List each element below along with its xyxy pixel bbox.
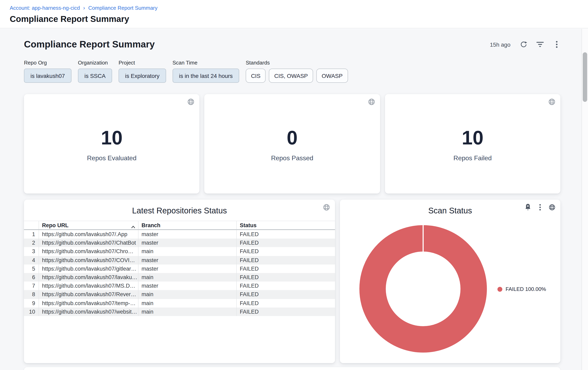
breadcrumb-account-link[interactable]: Account: app-harness-ng-cicd	[10, 5, 80, 11]
scrollbar-thumb[interactable]	[583, 52, 587, 102]
table-row: 9https://github.com/lavakush07/temp-no…m…	[24, 299, 335, 307]
repo-url-cell: https://github.com/lavakush07/website-1	[39, 307, 138, 316]
refresh-icon[interactable]	[520, 41, 527, 48]
column-header-label: Branch	[142, 222, 160, 228]
column-header-status[interactable]: Status	[236, 221, 335, 230]
dashboard-content: Compliance Report Summary 15h ago	[0, 29, 588, 370]
globe-icon[interactable]	[187, 98, 195, 107]
row-number: 5	[24, 265, 39, 273]
repo-url-cell: https://github.com/lavakush07/.App	[39, 230, 138, 239]
table-row: 5https://github.com/lavakush07/gitlearni…	[24, 265, 335, 273]
panel-toolbar	[524, 204, 556, 210]
stat-card-repos-passed: 0 Repos Passed	[204, 94, 380, 193]
status-cell: FAILED	[236, 307, 335, 316]
status-cell: FAILED	[236, 247, 335, 256]
legend-failed-label: FAILED 100.00%	[505, 286, 546, 292]
status-cell: FAILED	[236, 256, 335, 264]
globe-icon[interactable]	[368, 98, 375, 107]
filter-chip-standards-cis-owasp[interactable]: CIS, OWASP	[269, 69, 313, 83]
breadcrumb-page-link[interactable]: Compliance Report Summary	[88, 5, 158, 11]
alert-bell-plus-icon[interactable]	[524, 204, 531, 210]
filter-chip-standards-owasp[interactable]: OWASP	[316, 69, 348, 83]
table-header-row: Repo URL Branch Status	[24, 221, 335, 230]
chart-legend[interactable]: FAILED 100.00%	[497, 286, 546, 292]
row-number: 8	[24, 290, 39, 299]
app-header: Account: app-harness-ng-cicd › Complianc…	[0, 0, 588, 28]
dashboard-toolbar: 15h ago	[490, 41, 560, 48]
panel-title: Latest Repositories Status	[24, 206, 335, 215]
stat-cards-row: 10 Repos Evaluated 0 Repos Passed	[24, 94, 560, 193]
stat-value: 10	[101, 128, 123, 148]
column-header-repo-url[interactable]: Repo URL	[39, 221, 138, 230]
table-row: 10https://github.com/lavakush07/website-…	[24, 307, 335, 316]
row-number: 9	[24, 299, 39, 307]
row-number: 3	[24, 247, 39, 256]
filter-label: Organization	[78, 60, 112, 66]
filter-chip-organization[interactable]: is SSCA	[78, 69, 112, 83]
kebab-menu-icon[interactable]	[536, 204, 543, 210]
filters-bar: Repo Org is lavakush07 Organization is S…	[24, 60, 560, 83]
dashboard-page: Account: app-harness-ng-cicd › Complianc…	[0, 0, 588, 370]
status-cell: FAILED	[236, 239, 335, 247]
repositories-table: Repo URL Branch Status	[24, 221, 335, 316]
column-header-label: Repo URL	[42, 222, 69, 228]
dashboard-header-row: Compliance Report Summary 15h ago	[24, 29, 560, 50]
sort-asc-icon	[131, 224, 135, 230]
row-number: 6	[24, 273, 39, 281]
status-cell: FAILED	[236, 230, 335, 239]
stat-label: Repos Failed	[453, 155, 492, 162]
column-header-branch[interactable]: Branch	[138, 221, 236, 230]
table-row: 4https://github.com/lavakush07/COVID_T…m…	[24, 256, 335, 264]
filter-group-project: Project is Exploratory	[119, 60, 166, 83]
filter-group-repo-org: Repo Org is lavakush07	[24, 60, 72, 83]
vertical-scrollbar[interactable]	[581, 29, 588, 370]
filter-group-standards: Standards CIS CIS, OWASP OWASP	[246, 60, 348, 83]
scan-status-panel: Scan Status FAILED 100.00%	[340, 200, 560, 363]
table-row: 3https://github.com/lavakush07/Chrome-…m…	[24, 247, 335, 256]
repo-url-cell: https://github.com/lavakush07/lavakush…	[39, 273, 138, 281]
repo-url-cell: https://github.com/lavakush07/COVID_T…	[39, 256, 138, 264]
branch-cell: main	[138, 290, 236, 299]
donut-segment-failed	[373, 238, 474, 339]
repo-url-cell: https://github.com/lavakush07/Chrome-…	[39, 247, 138, 256]
stat-card-repos-evaluated: 10 Repos Evaluated	[24, 94, 200, 193]
stat-value: 0	[287, 128, 297, 148]
stat-label: Repos Passed	[271, 155, 313, 162]
row-number-header	[24, 221, 39, 230]
status-cell: FAILED	[236, 265, 335, 273]
row-number: 1	[24, 230, 39, 239]
row-number: 7	[24, 281, 39, 290]
row-number: 4	[24, 256, 39, 264]
repo-url-cell: https://github.com/lavakush07/ChatBot	[39, 239, 138, 247]
filter-chip-project[interactable]: is Exploratory	[119, 69, 166, 83]
branch-cell: main	[138, 299, 236, 307]
globe-icon[interactable]	[323, 204, 330, 213]
filter-label: Scan Time	[173, 60, 239, 66]
table-row: 1https://github.com/lavakush07/.Appmaste…	[24, 230, 335, 239]
table-row: 2https://github.com/lavakush07/ChatBotma…	[24, 239, 335, 247]
table-row: 6https://github.com/lavakush07/lavakush……	[24, 273, 335, 281]
filter-chip-scan-time[interactable]: is in the last 24 hours	[173, 69, 239, 83]
bottom-panels-row: Latest Repositories Status Repo URL	[24, 200, 560, 363]
breadcrumb: Account: app-harness-ng-cicd › Complianc…	[10, 0, 588, 11]
filter-group-scan-time: Scan Time is in the last 24 hours	[173, 60, 239, 83]
next-panel-top-edge	[24, 367, 560, 370]
stat-value: 10	[462, 128, 483, 148]
latest-repositories-panel: Latest Repositories Status Repo URL	[24, 200, 335, 363]
filter-label: Project	[119, 60, 166, 66]
branch-cell: main	[138, 247, 236, 256]
dashboard-title: Compliance Report Summary	[24, 39, 155, 50]
globe-icon[interactable]	[549, 204, 556, 210]
branch-cell: master	[138, 230, 236, 239]
status-cell: FAILED	[236, 299, 335, 307]
kebab-menu-icon[interactable]	[553, 41, 560, 48]
globe-icon[interactable]	[548, 98, 556, 107]
table-row: 7https://github.com/lavakush07/MS.DHO…ma…	[24, 281, 335, 290]
filter-chip-repo-org[interactable]: is lavakush07	[24, 69, 72, 83]
status-cell: FAILED	[236, 281, 335, 290]
filter-group-organization: Organization is SSCA	[78, 60, 112, 83]
branch-cell: master	[138, 256, 236, 264]
filter-icon[interactable]	[536, 41, 544, 48]
stat-label: Repos Evaluated	[87, 155, 136, 162]
filter-chip-standards-cis[interactable]: CIS	[246, 69, 266, 83]
